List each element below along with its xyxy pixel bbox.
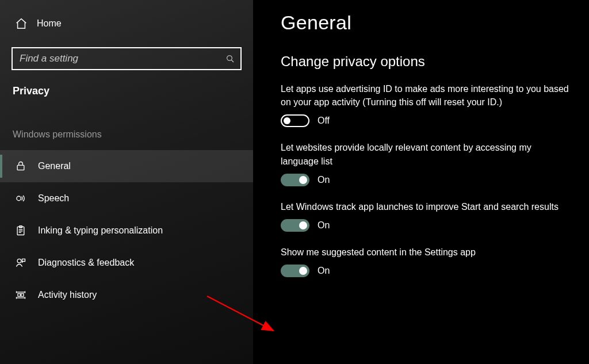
svg-point-9 bbox=[17, 259, 21, 263]
svg-point-0 bbox=[227, 56, 232, 61]
setting-desc: Let apps use advertising ID to make ads … bbox=[281, 82, 572, 109]
home-icon bbox=[15, 17, 28, 30]
page-title: General bbox=[281, 12, 572, 34]
sidebar-item-label: Inking & typing personalization bbox=[38, 225, 163, 236]
toggle-language-list[interactable] bbox=[281, 174, 309, 186]
toggle-advertising-id[interactable] bbox=[281, 114, 309, 127]
setting-language-list: Let websites provide locally relevant co… bbox=[281, 141, 572, 186]
setting-desc: Let Windows track app launches to improv… bbox=[281, 200, 572, 213]
search-icon bbox=[225, 54, 235, 63]
setting-app-launches: Let Windows track app launches to improv… bbox=[281, 200, 572, 232]
svg-rect-13 bbox=[21, 294, 24, 297]
clipboard-icon bbox=[15, 225, 26, 236]
sidebar-home[interactable]: Home bbox=[0, 13, 253, 35]
svg-rect-2 bbox=[17, 165, 24, 170]
sidebar-item-label: General bbox=[38, 161, 71, 171]
search-container bbox=[0, 47, 253, 70]
setting-desc: Let websites provide locally relevant co… bbox=[281, 141, 572, 167]
sidebar: Home Privacy Windows permissions General bbox=[0, 0, 253, 364]
sidebar-nav: General Speech I bbox=[0, 150, 253, 311]
feedback-icon bbox=[15, 257, 26, 269]
main-panel: General Change privacy options Let apps … bbox=[253, 0, 589, 364]
setting-advertising-id: Let apps use advertising ID to make ads … bbox=[281, 82, 572, 127]
setting-desc: Show me suggested content in the Setting… bbox=[281, 246, 572, 259]
toggle-app-launches[interactable] bbox=[281, 219, 309, 232]
toggle-state-label: Off bbox=[318, 116, 330, 126]
sidebar-item-diagnostics[interactable]: Diagnostics & feedback bbox=[0, 247, 253, 279]
sidebar-home-label: Home bbox=[37, 18, 62, 29]
svg-rect-12 bbox=[18, 294, 20, 297]
section-title: Change privacy options bbox=[281, 53, 572, 70]
setting-suggested-content: Show me suggested content in the Setting… bbox=[281, 246, 572, 277]
toggle-state-label: On bbox=[318, 175, 330, 185]
sidebar-item-activity[interactable]: Activity history bbox=[0, 279, 253, 311]
sidebar-item-label: Activity history bbox=[38, 290, 97, 300]
svg-line-1 bbox=[231, 60, 234, 62]
sidebar-item-speech[interactable]: Speech bbox=[0, 182, 253, 214]
toggle-suggested-content[interactable] bbox=[281, 265, 309, 277]
speech-icon bbox=[15, 193, 26, 204]
search-box[interactable] bbox=[12, 47, 242, 70]
sidebar-group-label: Windows permissions bbox=[0, 129, 253, 140]
sidebar-item-label: Speech bbox=[38, 193, 69, 204]
timeline-icon bbox=[15, 289, 26, 301]
toggle-state-label: On bbox=[318, 220, 330, 231]
sidebar-category: Privacy bbox=[0, 85, 253, 97]
toggle-state-label: On bbox=[318, 266, 330, 276]
sidebar-item-inking[interactable]: Inking & typing personalization bbox=[0, 214, 253, 247]
lock-icon bbox=[15, 160, 26, 172]
sidebar-item-general[interactable]: General bbox=[0, 150, 253, 182]
search-input[interactable] bbox=[20, 53, 225, 64]
svg-point-3 bbox=[17, 196, 21, 201]
sidebar-item-label: Diagnostics & feedback bbox=[38, 258, 134, 268]
